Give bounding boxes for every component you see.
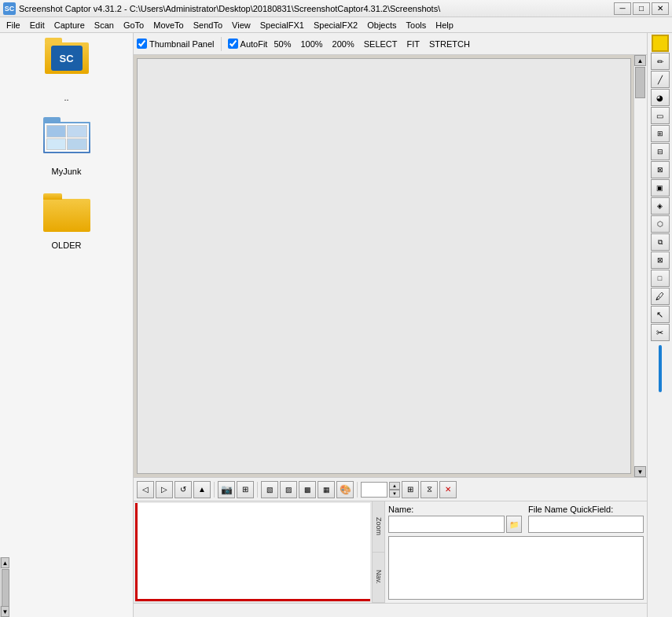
menu-file[interactable]: File	[2, 19, 25, 31]
side-toolbar: ✏ ╱ ◕ ▭ ⊞ ⊟ ⊠ ▣ ◈ ⬡ ⧉ ⊠ □ 🖊	[647, 33, 672, 617]
menu-scan[interactable]: Scan	[90, 19, 119, 31]
tool-a[interactable]: ▧	[261, 481, 278, 498]
zoom-up-button[interactable]: ▲	[389, 482, 400, 490]
name-field-group: Name: 📁	[388, 505, 522, 533]
shadow-button[interactable]: □	[651, 270, 670, 287]
prev-button[interactable]: ◁	[137, 481, 154, 498]
color-swatch-button[interactable]	[652, 35, 669, 52]
maximize-button[interactable]: □	[633, 2, 650, 15]
color-wheel-button[interactable]: 🎨	[336, 481, 354, 498]
capture-button[interactable]: 📷	[218, 481, 235, 498]
name-browse-button[interactable]: 📁	[506, 516, 522, 533]
select-button[interactable]: SELECT	[361, 39, 401, 50]
sidebar-item-label-myjunk: MyJunk	[52, 167, 82, 176]
grid-tool-button[interactable]: ⊞	[651, 125, 670, 142]
next-button[interactable]: ▷	[156, 481, 173, 498]
folder-icon-sc: SC	[39, 44, 94, 91]
refresh-button[interactable]: ↺	[174, 481, 192, 498]
tool-b[interactable]: ▨	[280, 481, 297, 498]
up-button[interactable]: ▲	[193, 481, 211, 498]
stamp-button[interactable]: ▣	[651, 179, 670, 196]
frame-button[interactable]: ⧉	[651, 233, 670, 251]
sidebar-scroll-up[interactable]: ▲	[1, 557, 9, 568]
tool-d[interactable]: ▦	[318, 481, 335, 498]
canvas-scroll-down[interactable]: ▼	[634, 466, 646, 477]
stretch-button[interactable]: STRETCH	[426, 39, 473, 50]
sidebar-item-parent[interactable]: SC ..	[3, 39, 130, 107]
sidebar-scroll-down[interactable]: ▼	[1, 606, 9, 617]
autofit-checkbox[interactable]	[228, 39, 238, 49]
sidebar-item-older[interactable]: OLDER	[3, 187, 130, 255]
myjunk-base	[43, 122, 90, 153]
menu-help[interactable]: Help	[431, 19, 458, 31]
thumbnail-panel-checkbox[interactable]	[137, 39, 147, 49]
canvas-inner	[137, 58, 631, 474]
app-icon: SC	[3, 2, 16, 15]
sidebar-item-label-older: OLDER	[52, 241, 82, 250]
tool-c[interactable]: ▩	[299, 481, 316, 498]
preview-red-bottom	[135, 599, 370, 601]
pause-button[interactable]: ⧖	[420, 481, 438, 498]
myjunk-thumb-2	[67, 125, 87, 138]
sidebar-scrollbar[interactable]: ▲ ▼	[0, 557, 9, 617]
sidebar-item-myjunk[interactable]: MyJunk	[3, 113, 130, 181]
erase-button[interactable]: ⊠	[651, 252, 670, 269]
zoom-200-button[interactable]: 200%	[329, 39, 358, 50]
menu-specialfx1[interactable]: SpecialFX1	[255, 19, 309, 31]
menu-goto[interactable]: GoTo	[119, 19, 149, 31]
canvas-scrollbar[interactable]: ▲ ▼	[633, 55, 647, 477]
menu-edit[interactable]: Edit	[25, 19, 50, 31]
menu-sendto[interactable]: SendTo	[189, 19, 227, 31]
older-folder-body	[43, 199, 90, 232]
rect-button[interactable]: ▭	[651, 107, 670, 124]
pencil-button[interactable]: ✏	[651, 53, 670, 70]
main-area: Thumbnail Panel AutoFit 50% 100% 200% SE…	[134, 33, 672, 617]
line-button[interactable]: ╱	[651, 71, 670, 88]
myjunk-folder-icon	[43, 122, 90, 161]
center-panel: Thumbnail Panel AutoFit 50% 100% 200% SE…	[134, 33, 647, 617]
annotate-button[interactable]: 🖊	[651, 288, 670, 305]
myjunk-thumb-4	[67, 138, 87, 151]
menu-view[interactable]: View	[227, 19, 255, 31]
zoom-100-button[interactable]: 100%	[297, 39, 325, 50]
scissors-button[interactable]: ✂	[651, 324, 670, 341]
title-bar: SC Screenshot Captor v4.31.2 - C:\Users\…	[0, 0, 672, 17]
canvas-scroll-up[interactable]: ▲	[634, 55, 646, 66]
thumbnail-panel-checkbox-label[interactable]: Thumbnail Panel	[137, 39, 215, 49]
ruler-button[interactable]: ⊠	[651, 161, 670, 178]
zoom-spinners: ▲ ▼	[389, 482, 400, 498]
folder-icon-older	[39, 192, 94, 239]
zoom-50-button[interactable]: 50%	[270, 39, 294, 50]
description-textarea[interactable]	[388, 536, 644, 600]
name-input[interactable]	[388, 516, 505, 533]
select-tool-button[interactable]: ◈	[651, 197, 670, 215]
fit-button[interactable]: FIT	[404, 39, 424, 50]
pointer-button[interactable]: ↖	[651, 306, 670, 323]
fill-button[interactable]: ◕	[651, 89, 670, 106]
toolbar-sep-4	[357, 482, 358, 498]
quickfield-label: File Name QuickField:	[528, 505, 644, 514]
canvas-scroll-thumb[interactable]	[635, 67, 645, 98]
myjunk-thumb-1	[46, 125, 67, 138]
fields-panel: Name: 📁 File Name QuickField:	[385, 501, 647, 603]
grid-button[interactable]: ⊞	[237, 481, 254, 498]
zoom-value-input[interactable]: 75	[361, 482, 387, 498]
quickfield-input[interactable]	[528, 516, 644, 533]
toolbar-sep-1	[221, 37, 222, 51]
menu-tools[interactable]: Tools	[402, 19, 431, 31]
menu-moveto[interactable]: MoveTo	[149, 19, 189, 31]
autofit-checkbox-label[interactable]: AutoFit	[228, 39, 268, 49]
view-mode-button[interactable]: ⊞	[402, 481, 419, 498]
region-button[interactable]: ⊟	[651, 143, 670, 160]
menu-capture[interactable]: Capture	[50, 19, 90, 31]
stop-button[interactable]: ✕	[439, 481, 457, 498]
minimize-button[interactable]: ─	[614, 2, 631, 15]
close-button[interactable]: ✕	[652, 2, 669, 15]
sc-folder-icon: SC	[42, 42, 92, 93]
zoom-down-button[interactable]: ▼	[389, 490, 400, 498]
polygon-button[interactable]: ⬡	[651, 215, 670, 233]
zoom-indicator: 100%	[659, 345, 662, 392]
myjunk-thumb-3	[46, 138, 67, 151]
menu-specialfx2[interactable]: SpecialFX2	[309, 19, 362, 31]
menu-objects[interactable]: Objects	[362, 19, 401, 31]
